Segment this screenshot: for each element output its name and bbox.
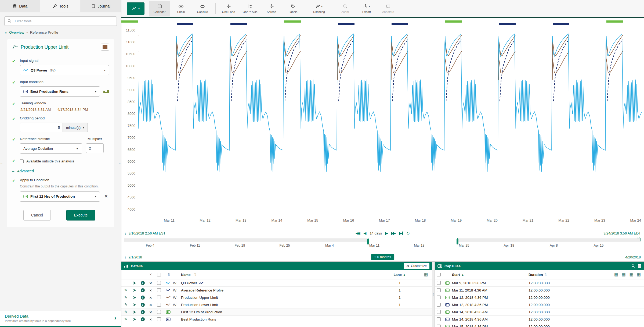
investigate-end[interactable]: 4/20/2018	[625, 255, 641, 259]
step-forward-icon[interactable]: ▶	[385, 231, 388, 235]
input-signal-select[interactable]: Q3 Power (W) ▾	[20, 65, 109, 75]
series-line[interactable]	[499, 35, 515, 62]
edit-icon[interactable]: ✎	[124, 295, 128, 300]
series-line[interactable]	[284, 51, 301, 80]
send-to-trend-icon[interactable]	[133, 310, 136, 314]
step-to-end-icon[interactable]: ▶	[399, 231, 403, 235]
row-checkbox[interactable]	[437, 317, 441, 321]
toolbar-one-y-axis-button[interactable]: One Y-Axis	[239, 1, 261, 16]
row-checkbox[interactable]	[437, 310, 441, 314]
gridding-unit-select[interactable]: minute(s) ▾	[63, 123, 88, 132]
capsule-row[interactable]: Mar 12, 2018 4:36 PM 12:00:00.000	[435, 294, 644, 301]
toolbar-labels-button[interactable]: Labels	[282, 1, 304, 16]
item-name[interactable]: Production Lower Limit	[181, 303, 218, 307]
series-line[interactable]	[284, 35, 301, 62]
row-checkbox[interactable]	[157, 296, 161, 299]
capsule-bar-green[interactable]	[445, 20, 462, 23]
series-line[interactable]	[606, 35, 623, 62]
metrics-columns-icon[interactable]: ▦	[622, 272, 625, 277]
edit-icon[interactable]: ✎	[124, 317, 128, 321]
series-line[interactable]	[606, 51, 623, 80]
series-line[interactable]	[392, 40, 408, 101]
series-line[interactable]	[230, 35, 247, 62]
edit-icon[interactable]: ✎	[124, 303, 128, 307]
training-start[interactable]: 2/21/2018 3:31 AM	[20, 108, 51, 112]
remove-icon[interactable]: ×	[150, 288, 152, 293]
info-icon[interactable]: i	[141, 317, 145, 321]
add-column-icon[interactable]: ▦	[637, 272, 641, 277]
toolbar-chain-button[interactable]: Chain	[170, 1, 192, 16]
stats-columns-icon[interactable]: ▦	[614, 272, 618, 277]
timeline-left-handle[interactable]	[367, 239, 369, 244]
view-mode-button[interactable]: ▾	[127, 2, 144, 15]
row-checkbox[interactable]	[157, 303, 161, 307]
apply-condition-select[interactable]: First 12 Hrs of Production ▾	[20, 191, 100, 202]
execute-button[interactable]: Execute	[66, 210, 96, 221]
details-row[interactable]: ✎ i × First 12 Hrs of Production	[121, 308, 432, 316]
refresh-icon[interactable]: ↻	[406, 231, 410, 236]
timeline-selected-range[interactable]	[368, 238, 458, 242]
row-checkbox[interactable]	[437, 296, 441, 299]
capsule-bar-green[interactable]	[121, 20, 138, 23]
add-column-icon[interactable]: ▦	[424, 272, 428, 277]
cancel-button[interactable]: Cancel	[23, 210, 51, 221]
send-to-trend-icon[interactable]	[133, 296, 136, 299]
remove-icon[interactable]: ×	[150, 303, 152, 307]
capsule-row[interactable]: Mar 11, 2018 4:36 AM 12:00:00.000	[435, 287, 644, 294]
gridding-period-input[interactable]	[20, 123, 63, 132]
send-to-trend-icon[interactable]	[133, 281, 136, 285]
remove-icon[interactable]: ×	[150, 317, 152, 322]
home-icon[interactable]: ⌂	[5, 30, 7, 35]
row-checkbox[interactable]	[157, 281, 161, 285]
series-line[interactable]	[121, 34, 644, 172]
range-start-arrow-icon[interactable]: ↓	[125, 231, 126, 235]
series-line[interactable]	[122, 40, 138, 101]
row-checkbox[interactable]	[437, 325, 441, 327]
capsule-bar-green[interactable]	[284, 20, 301, 23]
capsule-row[interactable]: Mar 12, 2018 4:36 PM 12:00:00.000	[435, 301, 644, 308]
series-line[interactable]	[552, 35, 569, 62]
edit-icon[interactable]: ✎	[124, 288, 128, 292]
series-line[interactable]	[445, 51, 462, 80]
display-range-start[interactable]: 3/10/2018 2:56 AM EST	[129, 231, 166, 235]
capsule-bar-navy[interactable]	[392, 23, 408, 25]
trend-chart-area[interactable]: 1150011000105001000095009000850080007500…	[121, 18, 644, 230]
sort-icon[interactable]: ⇅	[194, 273, 197, 276]
remove-all-icon[interactable]: ✕	[149, 273, 152, 276]
sort-type-icon[interactable]: ⇅	[167, 273, 170, 276]
details-row[interactable]: ✎ i × W Production Lower Limit 1	[121, 301, 432, 308]
toolbar-calendar-button[interactable]: Calendar	[149, 1, 170, 16]
info-icon[interactable]: i	[141, 281, 145, 285]
investigate-duration[interactable]: 2.6 months	[371, 254, 394, 260]
collapse-sidebar-handle[interactable]: «	[119, 161, 121, 165]
step-back-icon[interactable]: ◀	[364, 231, 367, 235]
item-name[interactable]: First 12 Hrs of Production	[181, 310, 222, 314]
tab-data[interactable]: Data	[0, 0, 40, 12]
capsule-row[interactable]: Mar 9, 2018 3:36 PM 12:00:00.000	[435, 279, 644, 287]
series-line[interactable]	[121, 35, 138, 62]
remove-icon[interactable]: ×	[150, 310, 152, 314]
remove-icon[interactable]: ×	[150, 281, 152, 285]
advanced-section-toggle[interactable]: − Advanced	[12, 169, 109, 173]
capsule-bar-navy[interactable]	[553, 23, 569, 25]
capsule-bar-navy[interactable]	[338, 23, 354, 25]
new-condition-icon[interactable]	[103, 89, 109, 94]
row-checkbox[interactable]	[437, 288, 441, 292]
send-to-trend-icon[interactable]	[133, 318, 136, 321]
name-column-header[interactable]: Name⇅	[181, 273, 379, 277]
toolbar-zoom-button[interactable]: Zoom	[334, 1, 356, 16]
select-all-checkbox[interactable]	[437, 273, 441, 276]
series-line[interactable]	[176, 51, 193, 80]
capsule-bar-green[interactable]	[606, 20, 623, 23]
invest-start-arrow-icon[interactable]: ↑	[125, 255, 126, 259]
details-row[interactable]: ✎ i × W Production Upper Limit 1	[121, 294, 432, 301]
series-line[interactable]	[338, 51, 354, 80]
tab-journal[interactable]: Journal	[81, 0, 121, 12]
toolbar-spread-button[interactable]: Spread	[261, 1, 282, 16]
series-line[interactable]	[607, 40, 623, 101]
details-row[interactable]: ✎ i × Best Production Runs	[121, 316, 432, 323]
series-line[interactable]	[230, 51, 247, 80]
series-line[interactable]	[500, 40, 515, 101]
training-end[interactable]: 4/17/2018 8:34 PM	[57, 108, 88, 112]
series-line[interactable]	[391, 35, 408, 62]
